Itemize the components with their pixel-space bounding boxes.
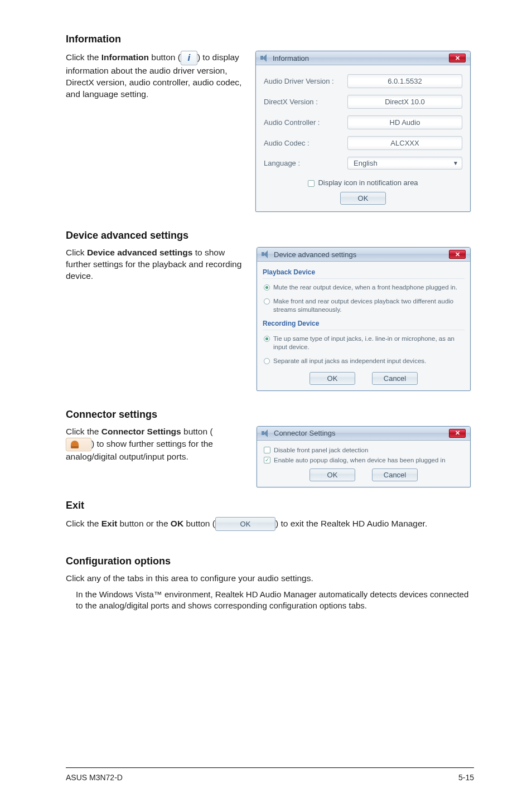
text: Click the [66,519,101,528]
radio-label: Tie up same type of input jacks, i.e. li… [273,335,463,351]
value-directx-version: DirectX 10.0 [347,95,462,109]
checkbox-display-tray[interactable]: Display icon in notification area [308,178,418,187]
section-heading-information: Information [66,33,471,45]
dialog-titlebar: Device advanced settings ✕ [257,248,470,262]
cancel-button[interactable]: Cancel [372,468,418,481]
checkbox-disable-front-jack[interactable]: Disable front panel jack detection [264,445,463,455]
radio-playback-mute-rear[interactable]: Mute the rear output device, when a fron… [263,281,465,295]
text: button ( [181,427,213,436]
ok-button[interactable]: OK [309,372,355,385]
language-select[interactable]: English ▼ [347,157,462,170]
checkbox-icon [264,447,270,453]
config-paragraph: Click any of the tabs in this area to co… [66,573,471,584]
text: ) to exit the Realtek HD Audio Manager. [275,519,427,528]
label-driver-version: Audio Driver Version : [264,77,347,85]
radio-icon [264,284,270,291]
section-heading-config: Configuration options [66,555,471,567]
language-select-value: English [354,159,378,167]
close-icon[interactable]: ✕ [449,429,466,438]
cancel-button[interactable]: Cancel [372,372,418,385]
label-audio-controller: Audio Controller : [264,118,347,127]
subhead-recording: Recording Device [263,317,465,330]
label-language: Language : [264,159,347,167]
connector-icon [66,438,91,451]
radio-icon [264,358,270,364]
dialog-title: Information [273,54,309,62]
footer-right: 5-15 [458,773,474,782]
label-directx-version: DirectX Version : [264,98,347,106]
connector-settings-dialog: Connector Settings ✕ Disable front panel… [257,426,471,487]
chevron-down-icon: ▼ [453,160,458,166]
text: Click [66,248,87,257]
section-heading-connector: Connector settings [66,409,471,421]
text: button or the [117,519,171,528]
label-audio-codec: Audio Codec : [264,139,347,147]
info-icon: i [181,51,197,65]
information-paragraph: Click the Information button (i) to disp… [66,51,244,100]
dialog-titlebar: Information ✕ [256,51,470,65]
radio-record-tie-jacks[interactable]: Tie up same type of input jacks, i.e. li… [263,332,465,355]
note-text: In the Windows Vista™ environment, Realt… [76,589,471,612]
value-audio-controller: HD Audio [347,115,462,129]
close-icon[interactable]: ✕ [449,54,466,62]
radio-record-separate-jacks[interactable]: Separate all input jacks as independent … [263,355,465,369]
checkbox-auto-popup[interactable]: Enable auto popup dialog, when device ha… [264,455,463,465]
text-bold: Information [101,52,149,62]
speaker-icon [260,54,269,62]
checkbox-icon [264,457,270,463]
footer-left: ASUS M3N72-D [66,773,123,782]
text: button ( [183,519,215,528]
radio-label: Make front and rear output devices playb… [273,297,463,314]
radio-label: Separate all input jacks as independent … [273,357,426,365]
ok-button[interactable]: OK [309,468,355,481]
radio-label: Mute the rear output device, when a fron… [273,283,457,292]
device-paragraph: Click Device advanced settings to show f… [66,247,245,282]
ok-button[interactable]: OK [340,192,386,205]
dialog-titlebar: Connector Settings ✕ [257,427,470,441]
checkbox-label: Display icon in notification area [318,178,418,187]
section-heading-device: Device advanced settings [66,230,471,241]
information-dialog: Information ✕ Audio Driver Version : 6.0… [255,51,471,212]
value-audio-codec: ALCXXX [347,136,462,150]
close-icon[interactable]: ✕ [449,250,466,259]
checkbox-icon [308,180,315,187]
exit-paragraph: Click the Exit button or the OK button (… [66,517,471,532]
dialog-title: Connector Settings [274,429,336,437]
checkbox-label: Disable front panel jack detection [274,447,368,453]
text-bold: OK [171,519,183,528]
note-block: In the Windows Vista™ environment, Realt… [66,589,471,612]
text-bold: Exit [101,519,117,528]
radio-icon [264,336,270,342]
radio-icon [264,298,270,305]
dialog-title: Device advanced settings [274,250,356,259]
text-bold: Device advanced settings [87,248,193,257]
subhead-playback: Playback Device [263,266,465,279]
page-footer: ASUS M3N72-D 5-15 [0,773,532,782]
speaker-icon [262,429,270,437]
connector-paragraph: Click the Connector Settings button ( ) … [66,426,245,463]
value-driver-version: 6.0.1.5532 [347,74,462,88]
section-heading-exit: Exit [66,500,471,511]
checkbox-label: Enable auto popup dialog, when device ha… [274,457,446,463]
text-bold: Connector Settings [101,427,181,436]
ok-button-inline: OK [215,517,275,532]
radio-playback-two-streams[interactable]: Make front and rear output devices playb… [263,295,465,317]
device-advanced-dialog: Device advanced settings ✕ Playback Devi… [257,247,471,391]
text: Click the [66,427,101,436]
text: button ( [149,52,181,62]
text: Click the [66,52,101,62]
speaker-icon [262,250,270,258]
